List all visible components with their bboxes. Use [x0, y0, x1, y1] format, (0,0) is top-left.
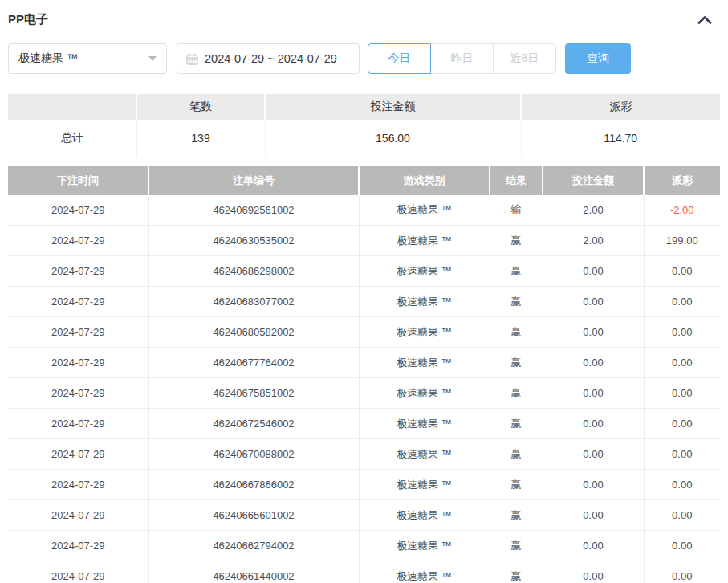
table-row: 2024-07-2946240686298002极速糖果 ™赢0.000.00: [8, 256, 720, 287]
table-row: 2024-07-2946240692561002极速糖果 ™输2.00-2.00: [8, 195, 720, 226]
summary-header-bet-amount: 投注金额: [265, 94, 521, 120]
summary-table: 笔数 投注金额 派彩 总计 139 156.00 114.70: [8, 94, 720, 157]
game-type-cell: 极速糖果 ™: [359, 287, 490, 317]
result-cell: 赢: [490, 409, 543, 439]
order-number-cell: 46240630535002: [148, 226, 359, 256]
filter-toolbar: 极速糖果 ™ 2024-07-29 ~ 2024-07-29: [8, 43, 720, 74]
bet-amount-cell: 0.00: [543, 348, 644, 378]
calendar-icon: [186, 53, 198, 65]
payout-cell: 0.00: [644, 531, 720, 561]
table-row: 2024-07-2946240677764002极速糖果 ™赢0.000.00: [8, 348, 720, 378]
payout-cell: -2.00: [644, 195, 720, 226]
order-number-cell: 46240667866002: [148, 470, 359, 500]
table-row: 2024-07-2946240683077002极速糖果 ™赢0.000.00: [8, 287, 720, 317]
order-number-cell: 46240665601002: [148, 500, 359, 531]
page-title: PP电子: [8, 12, 48, 27]
payout-cell: 0.00: [644, 470, 720, 500]
bet-amount-cell: 2.00: [543, 226, 644, 256]
chevron-down-icon: [148, 56, 157, 61]
header-bet-amount: 投注金额: [543, 166, 644, 195]
game-select-value: 极速糖果 ™: [18, 51, 78, 66]
payout-cell: 0.00: [644, 500, 720, 531]
bet-time-cell: 2024-07-29: [8, 348, 148, 378]
total-count-cell: 139: [136, 120, 265, 157]
order-number-cell: 46240675851002: [148, 378, 359, 409]
game-type-cell: 极速糖果 ™: [359, 439, 490, 470]
game-type-cell: 极速糖果 ™: [359, 378, 490, 409]
table-row: 2024-07-2946240662794002极速糖果 ™赢0.000.00: [8, 531, 720, 561]
payout-cell: 0.00: [644, 287, 720, 317]
table-row: 2024-07-2946240661440002极速糖果 ™赢0.000.00: [8, 561, 720, 583]
table-row: 2024-07-2946240665601002极速糖果 ™赢0.000.00: [8, 500, 720, 531]
header-result: 结果: [490, 166, 543, 195]
table-row: 2024-07-2946240672546002极速糖果 ™赢0.000.00: [8, 409, 720, 439]
order-number-cell: 46240680582002: [148, 317, 359, 348]
table-row: 2024-07-2946240667866002极速糖果 ™赢0.000.00: [8, 470, 720, 500]
payout-cell: 0.00: [644, 561, 720, 583]
bet-time-cell: 2024-07-29: [8, 226, 148, 256]
pp-electronics-panel: PP电子 极速糖果 ™: [0, 0, 728, 583]
order-number-cell: 46240677764002: [148, 348, 359, 378]
header-game-type: 游戏类别: [359, 166, 490, 195]
summary-header-row: 笔数 投注金额 派彩: [8, 94, 720, 120]
result-cell: 赢: [490, 226, 543, 256]
collapse-panel-button[interactable]: [694, 9, 715, 30]
chevron-up-icon: [697, 15, 712, 24]
records-table-body: 2024-07-2946240692561002极速糖果 ™输2.00-2.00…: [8, 195, 720, 583]
game-type-cell: 极速糖果 ™: [359, 531, 490, 561]
result-cell: 赢: [490, 378, 543, 409]
bet-amount-cell: 0.00: [543, 378, 644, 409]
result-cell: 输: [490, 195, 543, 226]
header-bet-time: 下注时间: [8, 166, 148, 195]
result-cell: 赢: [490, 287, 543, 317]
summary-header-count: 笔数: [136, 94, 265, 120]
order-number-cell: 46240670088002: [148, 439, 359, 470]
bet-amount-cell: 0.00: [543, 317, 644, 348]
summary-header-empty: [8, 94, 136, 120]
date-range-input[interactable]: 2024-07-29 ~ 2024-07-29: [177, 43, 360, 74]
result-cell: 赢: [490, 500, 543, 531]
game-type-cell: 极速糖果 ™: [359, 500, 490, 531]
table-row: 2024-07-2946240670088002极速糖果 ™赢0.000.00: [8, 439, 720, 470]
bet-amount-cell: 0.00: [543, 287, 644, 317]
bet-time-cell: 2024-07-29: [8, 378, 148, 409]
result-cell: 赢: [490, 470, 543, 500]
bet-amount-cell: 0.00: [543, 256, 644, 287]
bet-time-cell: 2024-07-29: [8, 195, 148, 226]
payout-cell: 0.00: [644, 348, 720, 378]
bet-time-cell: 2024-07-29: [8, 256, 148, 287]
payout-cell: 0.00: [644, 409, 720, 439]
order-number-cell: 46240672546002: [148, 409, 359, 439]
date-range-value: 2024-07-29 ~ 2024-07-29: [205, 52, 337, 65]
game-type-cell: 极速糖果 ™: [359, 256, 490, 287]
result-cell: 赢: [490, 439, 543, 470]
bet-time-cell: 2024-07-29: [8, 531, 148, 561]
last-8-days-button[interactable]: 近8日: [493, 43, 556, 74]
yesterday-button[interactable]: 昨日: [430, 43, 494, 74]
game-type-cell: 极速糖果 ™: [359, 348, 490, 378]
table-row: 2024-07-2946240630535002极速糖果 ™赢2.00199.0…: [8, 226, 720, 256]
today-button[interactable]: 今日: [368, 43, 431, 74]
payout-cell: 0.00: [644, 439, 720, 470]
bet-time-cell: 2024-07-29: [8, 317, 148, 348]
result-cell: 赢: [490, 348, 543, 378]
bet-amount-cell: 0.00: [543, 470, 644, 500]
bet-amount-cell: 0.00: [543, 561, 644, 583]
records-header-row: 下注时间 注单编号 游戏类别 结果 投注金额 派彩: [8, 166, 720, 195]
order-number-cell: 46240683077002: [148, 287, 359, 317]
table-row: 2024-07-2946240680582002极速糖果 ™赢0.000.00: [8, 317, 720, 348]
game-type-cell: 极速糖果 ™: [359, 409, 490, 439]
panel-header: PP电子: [8, 0, 720, 37]
summary-total-row: 总计 139 156.00 114.70: [8, 120, 720, 157]
payout-cell: 199.00: [644, 226, 720, 256]
bet-amount-cell: 0.00: [543, 409, 644, 439]
game-select[interactable]: 极速糖果 ™: [8, 43, 167, 74]
order-number-cell: 46240692561002: [148, 195, 359, 226]
query-button[interactable]: 查询: [565, 43, 631, 74]
bet-time-cell: 2024-07-29: [8, 500, 148, 531]
payout-cell: 0.00: [644, 317, 720, 348]
order-number-cell: 46240662794002: [148, 531, 359, 561]
total-payout-cell: 114.70: [521, 120, 720, 157]
order-number-cell: 46240686298002: [148, 256, 359, 287]
result-cell: 赢: [490, 317, 543, 348]
